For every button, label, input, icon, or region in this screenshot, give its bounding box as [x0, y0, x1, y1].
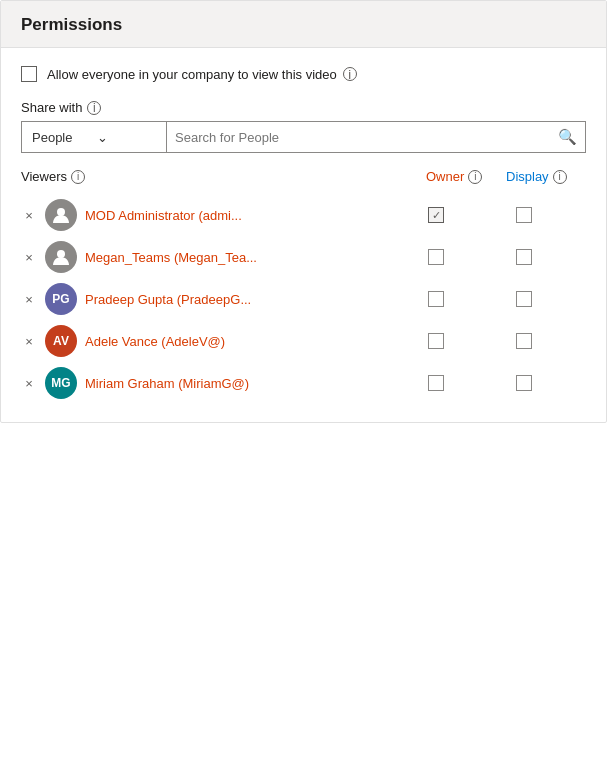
- avatar: MG: [45, 367, 77, 399]
- viewer-name: Megan_Teams (Megan_Tea...: [85, 250, 410, 265]
- owner-checkbox[interactable]: [428, 249, 444, 265]
- viewer-name: Miriam Graham (MiriamG@): [85, 376, 410, 391]
- display-checkbox-area: [506, 249, 586, 265]
- viewer-name: MOD Administrator (admi...: [85, 208, 410, 223]
- owner-checkbox[interactable]: [428, 375, 444, 391]
- viewers-info-icon[interactable]: i: [71, 170, 85, 184]
- display-checkbox-area: [506, 333, 586, 349]
- viewers-column-header: Viewers i: [21, 169, 426, 184]
- avatar: [45, 241, 77, 273]
- chevron-down-icon: ⌄: [97, 130, 156, 145]
- search-input[interactable]: [175, 130, 552, 145]
- remove-viewer-button[interactable]: ×: [21, 291, 37, 307]
- remove-viewer-button[interactable]: ×: [21, 333, 37, 349]
- viewers-list: × MOD Administrator (admi...× Megan_Team…: [21, 194, 586, 404]
- panel-title: Permissions: [21, 15, 586, 35]
- panel-body: Allow everyone in your company to view t…: [1, 48, 606, 422]
- display-checkbox[interactable]: [516, 333, 532, 349]
- owner-checkbox[interactable]: [428, 333, 444, 349]
- owner-info-icon[interactable]: i: [468, 170, 482, 184]
- viewer-name: Adele Vance (AdeleV@): [85, 334, 410, 349]
- svg-point-1: [57, 250, 65, 258]
- avatar: PG: [45, 283, 77, 315]
- table-row: ×MGMiriam Graham (MiriamG@): [21, 362, 586, 404]
- display-column-header: Display i: [506, 169, 586, 184]
- avatar: [45, 199, 77, 231]
- owner-checkbox-area: [418, 207, 498, 223]
- allow-everyone-row: Allow everyone in your company to view t…: [21, 66, 586, 82]
- table-row: × MOD Administrator (admi...: [21, 194, 586, 236]
- table-row: ×PGPradeep Gupta (PradeepG...: [21, 278, 586, 320]
- share-with-section: Share with i People ⌄ 🔍: [21, 100, 586, 153]
- owner-checkbox[interactable]: [428, 207, 444, 223]
- viewers-section: Viewers i Owner i Display i × MOD Admini…: [21, 169, 586, 404]
- display-checkbox[interactable]: [516, 249, 532, 265]
- display-checkbox[interactable]: [516, 375, 532, 391]
- table-row: ×AVAdele Vance (AdeleV@): [21, 320, 586, 362]
- owner-checkbox[interactable]: [428, 291, 444, 307]
- remove-viewer-button[interactable]: ×: [21, 207, 37, 223]
- display-checkbox[interactable]: [516, 207, 532, 223]
- viewers-header: Viewers i Owner i Display i: [21, 169, 586, 190]
- display-checkbox-area: [506, 375, 586, 391]
- viewer-name: Pradeep Gupta (PradeepG...: [85, 292, 410, 307]
- panel-header: Permissions: [1, 1, 606, 48]
- display-info-icon[interactable]: i: [553, 170, 567, 184]
- search-field: 🔍: [167, 122, 585, 152]
- remove-viewer-button[interactable]: ×: [21, 249, 37, 265]
- allow-everyone-checkbox[interactable]: [21, 66, 37, 82]
- share-with-dropdown[interactable]: People ⌄: [22, 122, 167, 152]
- display-checkbox-area: [506, 291, 586, 307]
- search-icon: 🔍: [558, 128, 577, 146]
- share-with-controls: People ⌄ 🔍: [21, 121, 586, 153]
- allow-everyone-label: Allow everyone in your company to view t…: [47, 67, 357, 82]
- remove-viewer-button[interactable]: ×: [21, 375, 37, 391]
- owner-checkbox-area: [418, 291, 498, 307]
- owner-checkbox-area: [418, 375, 498, 391]
- svg-point-0: [57, 208, 65, 216]
- display-checkbox[interactable]: [516, 291, 532, 307]
- owner-checkbox-area: [418, 249, 498, 265]
- share-with-info-icon[interactable]: i: [87, 101, 101, 115]
- table-row: × Megan_Teams (Megan_Tea...: [21, 236, 586, 278]
- share-with-label: Share with i: [21, 100, 586, 115]
- permissions-panel: Permissions Allow everyone in your compa…: [0, 0, 607, 423]
- avatar: AV: [45, 325, 77, 357]
- owner-column-header: Owner i: [426, 169, 506, 184]
- owner-checkbox-area: [418, 333, 498, 349]
- display-checkbox-area: [506, 207, 586, 223]
- allow-everyone-info-icon[interactable]: i: [343, 67, 357, 81]
